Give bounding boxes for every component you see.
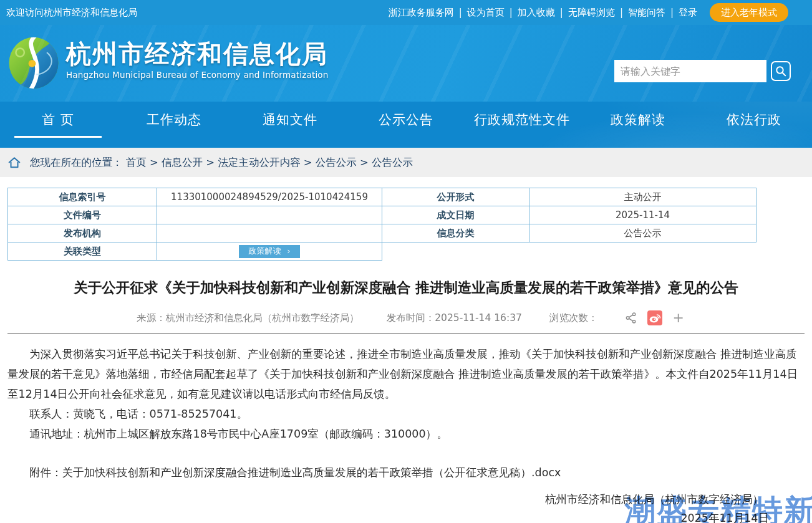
table-row: 信息索引号 113301000024894529/2025-1010424159 [8,188,382,206]
search-input[interactable] [614,60,766,82]
paragraph-intro: 为深入贯彻落实习近平总书记关于科技创新、产业创新的重要论述，推进全市制造业高质量… [7,344,805,404]
info-table-left: 信息索引号 113301000024894529/2025-1010424159… [7,188,382,261]
elder-mode-button[interactable]: 进入老年模式 [710,3,788,22]
link-login[interactable]: 登录 [676,7,700,19]
breadcrumb-separator: > [203,156,218,168]
search-button[interactable] [771,61,791,81]
breadcrumb-statutory-content[interactable]: 法定主动公开内容 [218,156,300,170]
breadcrumb-home[interactable]: 首页 [126,156,147,170]
info-index-number: 113301000024894529/2025-1010424159 [157,188,382,206]
written-date: 2025-11-14 [529,206,756,224]
nav-label: 公示公告 [379,111,433,128]
breadcrumb-announcements[interactable]: 公告公示 [316,156,357,170]
paragraph-contact: 联系人：黄晓飞，电话：0571-85257041。 [7,404,805,424]
nav-item-law-administration[interactable]: 依法行政 [696,102,812,148]
chevron-right-icon: › [288,247,291,256]
nav-item-announcements[interactable]: 公示公告 [348,102,464,148]
nav-label: 依法行政 [727,111,781,128]
nav-item-work-news[interactable]: 工作动态 [116,102,232,148]
publish-time: 发布时间：2025-11-14 16:37 [387,312,522,325]
nav-label: 政策解读 [611,111,665,128]
welcome-text: 欢迎访问杭州市经济和信息化局 [6,7,137,19]
breadcrumb-info-disclosure[interactable]: 信息公开 [162,156,203,170]
home-icon[interactable] [7,156,21,170]
signature-agency: 杭州市经济和信息化局（杭州市数字经济局） [7,490,805,509]
site-search [614,60,791,82]
info-label: 发布机构 [8,224,157,242]
pipe-separator: | [617,7,626,18]
info-label: 公开形式 [382,188,529,206]
attachment-docx-link[interactable]: 关于加快科技创新和产业创新深度融合推进制造业高质量发展的若干政策举措（公开征求意… [62,466,561,479]
logo-globe-icon [7,34,60,92]
related-type-cell: 政策解读› [157,242,382,261]
document-number [157,206,382,224]
nav-item-home[interactable]: 首 页 [0,102,116,148]
table-row: 发布机构 [8,224,382,242]
breadcrumb: 您现在所在的位置： 首页 > 信息公开 > 法定主动公开内容 > 公告公示 > … [0,148,812,177]
article-meta: 来源：杭州市经济和信息化局（杭州市数字经济局） 发布时间：2025-11-14 … [7,310,805,325]
pipe-separator: | [457,7,465,18]
signature-block: 杭州市经济和信息化局（杭州市数字经济局） 2025年11月14日 [7,490,805,523]
share-nodes-icon[interactable] [625,312,637,324]
site-subtitle-en: Hangzhou Municipal Bureau of Economy and… [66,70,329,80]
pipe-separator: | [558,7,566,18]
share-toolbar: + [620,310,689,325]
attachment-line: 附件：关于加快科技创新和产业创新深度融合推进制造业高质量发展的若干政策举措（公开… [7,463,805,482]
article-content: 信息索引号 113301000024894529/2025-1010424159… [0,188,812,523]
document-info-table: 信息索引号 113301000024894529/2025-1010424159… [7,188,805,261]
source-info: 来源：杭州市经济和信息化局（杭州市数字经济局） [137,312,359,325]
nav-label: 工作动态 [147,111,201,128]
breadcrumb-separator: > [357,156,372,168]
link-set-homepage[interactable]: 设为首页 [465,7,507,19]
info-label: 文件编号 [8,206,157,224]
site-title: 杭州市经济和信息化局 [66,39,329,69]
disclosure-form: 主动公开 [529,188,756,206]
info-label: 信息索引号 [8,188,157,206]
info-label: 信息分类 [382,224,529,242]
active-tab-underline [14,136,102,138]
nav-item-policy-interpretation[interactable]: 政策解读 [580,102,696,148]
link-add-favorite[interactable]: 加入收藏 [515,7,558,19]
info-category: 公告公示 [529,224,756,242]
breadcrumb-current[interactable]: 公告公示 [372,156,413,170]
attachment-label: 附件： [29,466,62,479]
table-row: 文件编号 [8,206,382,224]
paragraph-address: 通讯地址：杭州市上城区解放东路18号市民中心A座1709室（邮政编码：31000… [7,424,805,444]
policy-interpretation-button[interactable]: 政策解读› [239,245,301,258]
bureau-logo [7,34,60,92]
search-icon [775,65,787,77]
view-count-label: 浏览次数： [549,312,598,325]
signature-date: 2025年11月14日 [7,509,805,523]
weibo-share-icon[interactable] [647,310,662,325]
breadcrumb-prefix: 您现在所在的位置： [30,156,126,170]
table-row: 信息分类 公告公示 [382,224,756,242]
breadcrumb-separator: > [300,156,315,168]
main-nav: 首 页 工作动态 通知文件 公示公告 行政规范性文件 政策解读 依法行政 [0,102,812,148]
nav-label: 首 页 [42,111,74,128]
link-zhejiang-gov[interactable]: 浙江政务服务网 [386,7,457,19]
article-body: 为深入贯彻落实习近平总书记关于科技创新、产业创新的重要论述，推进全市制造业高质量… [7,344,805,444]
link-accessibility[interactable]: 无障碍浏览 [566,7,617,19]
pipe-separator: | [668,7,676,18]
table-row: 成文日期 2025-11-14 [382,206,756,224]
link-smart-qa[interactable]: 智能问答 [626,7,668,19]
page-title: 关于公开征求《关于加快科技创新和产业创新深度融合 推进制造业高质量发展的若干政策… [7,278,805,297]
table-row: 关联类型 政策解读› [8,242,382,261]
nav-item-notices[interactable]: 通知文件 [232,102,348,148]
nav-label: 行政规范性文件 [474,111,570,128]
nav-item-normative-docs[interactable]: 行政规范性文件 [464,102,580,148]
pipe-separator: | [507,7,515,18]
more-share-icon[interactable]: + [672,311,684,325]
issuing-agency [157,224,382,242]
top-links: 浙江政务服务网 | 设为首页 | 加入收藏 | 无障碍浏览 | 智能问答 | 登… [386,3,788,22]
nav-label: 通知文件 [263,111,317,128]
info-table-right: 公开形式 主动公开 成文日期 2025-11-14 信息分类 公告公示 [382,188,756,242]
site-header: 杭州市经济和信息化局 Hangzhou Municipal Bureau of … [0,25,812,102]
breadcrumb-separator: > [147,156,162,168]
info-label: 成文日期 [382,206,529,224]
table-row: 公开形式 主动公开 [382,188,756,206]
top-utility-bar: 欢迎访问杭州市经济和信息化局 浙江政务服务网 | 设为首页 | 加入收藏 | 无… [0,0,812,25]
info-label: 关联类型 [8,242,157,261]
title-divider [7,333,805,334]
site-identity: 杭州市经济和信息化局 Hangzhou Municipal Bureau of … [66,39,329,80]
